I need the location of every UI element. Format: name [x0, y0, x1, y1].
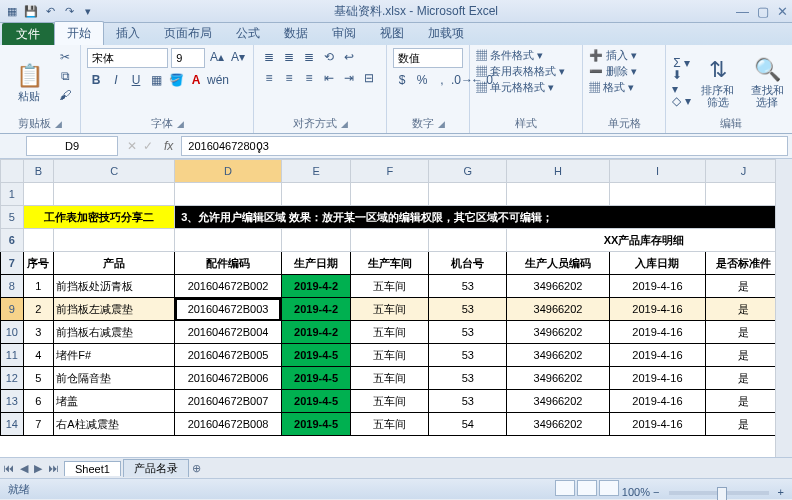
data-cell[interactable]: 是 [706, 275, 782, 298]
data-cell[interactable]: 是 [706, 390, 782, 413]
column-header[interactable]: I [609, 160, 705, 183]
table-header-cell[interactable]: 生产日期 [281, 252, 351, 275]
increase-font-icon[interactable]: A▴ [208, 48, 226, 66]
data-cell[interactable]: 前挡板处沥青板 [54, 275, 175, 298]
cell[interactable] [23, 229, 54, 252]
launcher-icon[interactable]: ◢ [341, 119, 348, 129]
data-cell[interactable]: 34966202 [507, 275, 609, 298]
data-cell[interactable]: 54 [429, 413, 507, 436]
insert-cells-button[interactable]: ➕ 插入 ▾ [589, 48, 659, 63]
format-painter-icon[interactable]: 🖌 [56, 86, 74, 104]
tab-view[interactable]: 视图 [368, 22, 416, 45]
cell[interactable] [281, 183, 351, 206]
file-tab[interactable]: 文件 [2, 23, 54, 45]
font-name-select[interactable]: 宋体 [87, 48, 168, 68]
table-header-cell[interactable]: 机台号 [429, 252, 507, 275]
column-header[interactable]: D [175, 160, 282, 183]
percent-icon[interactable]: % [413, 71, 431, 89]
column-header[interactable]: J [706, 160, 782, 183]
enter-formula-icon[interactable]: ✓ [143, 139, 153, 153]
tab-review[interactable]: 审阅 [320, 22, 368, 45]
phonetic-button[interactable]: wén [207, 71, 229, 89]
cell[interactable] [54, 183, 175, 206]
zoom-slider[interactable] [669, 491, 769, 495]
data-cell[interactable]: 201604672B004 [175, 321, 282, 344]
data-cell[interactable]: 6 [23, 390, 54, 413]
data-cell[interactable]: 是 [706, 413, 782, 436]
format-cells-button[interactable]: ▦ 格式 ▾ [589, 80, 659, 95]
row-header[interactable]: 14 [1, 413, 24, 436]
data-cell[interactable]: 34966202 [507, 344, 609, 367]
conditional-format-button[interactable]: ▦ 条件格式 ▾ [476, 48, 576, 63]
data-cell[interactable]: 五车间 [351, 344, 429, 367]
cell-styles-button[interactable]: ▦ 单元格格式 ▾ [476, 80, 576, 95]
data-cell[interactable]: 2019-4-16 [609, 321, 705, 344]
data-cell[interactable]: 2 [23, 298, 54, 321]
align-middle-icon[interactable]: ≣ [280, 48, 298, 66]
data-cell[interactable]: 五车间 [351, 413, 429, 436]
data-cell[interactable]: 34966202 [507, 321, 609, 344]
orientation-icon[interactable]: ⟲ [320, 48, 338, 66]
formula-input[interactable]: 201604672800̥3 [181, 136, 788, 156]
data-cell[interactable]: 堵件F# [54, 344, 175, 367]
format-table-button[interactable]: ▦ 套用表格格式 ▾ [476, 64, 576, 79]
column-header[interactable] [1, 160, 24, 183]
launcher-icon[interactable]: ◢ [55, 119, 62, 129]
decrease-indent-icon[interactable]: ⇤ [320, 69, 338, 87]
clear-icon[interactable]: ◇ ▾ [672, 92, 691, 110]
sort-filter-button[interactable]: ⇅ 排序和筛选 [695, 48, 740, 116]
data-cell[interactable]: 2019-4-5 [281, 344, 351, 367]
underline-button[interactable]: U [127, 71, 145, 89]
cell[interactable] [54, 229, 175, 252]
align-top-icon[interactable]: ≣ [260, 48, 278, 66]
new-sheet-icon[interactable]: ⊕ [189, 462, 204, 475]
tab-home[interactable]: 开始 [54, 21, 104, 45]
zoom-in-button[interactable]: + [778, 486, 784, 498]
data-cell[interactable]: 34966202 [507, 298, 609, 321]
align-bottom-icon[interactable]: ≣ [300, 48, 318, 66]
data-cell[interactable]: 3 [23, 321, 54, 344]
align-left-icon[interactable]: ≡ [260, 69, 278, 87]
tab-formulas[interactable]: 公式 [224, 22, 272, 45]
banner-black[interactable]: 3、允许用户编辑区域 效果：放开某一区域的编辑权限，其它区域不可编辑； [175, 206, 782, 229]
cell[interactable] [351, 183, 429, 206]
row-header[interactable]: 7 [1, 252, 24, 275]
cut-icon[interactable]: ✂ [56, 48, 74, 66]
undo-icon[interactable]: ↶ [42, 3, 58, 19]
data-cell[interactable]: 2019-4-5 [281, 390, 351, 413]
cell[interactable] [507, 183, 609, 206]
data-cell[interactable]: 2019-4-2 [281, 321, 351, 344]
data-cell[interactable]: 是 [706, 367, 782, 390]
launcher-icon[interactable]: ◢ [438, 119, 445, 129]
data-cell[interactable]: 五车间 [351, 298, 429, 321]
save-icon[interactable]: 💾 [23, 3, 39, 19]
vertical-scrollbar[interactable] [775, 159, 792, 457]
close-button[interactable]: ✕ [777, 4, 788, 19]
data-cell[interactable]: 前仓隔音垫 [54, 367, 175, 390]
data-cell[interactable]: 是 [706, 321, 782, 344]
increase-indent-icon[interactable]: ⇥ [340, 69, 358, 87]
data-cell[interactable]: 2019-4-2 [281, 275, 351, 298]
tab-layout[interactable]: 页面布局 [152, 22, 224, 45]
cell[interactable] [175, 183, 282, 206]
data-cell[interactable]: 2019-4-16 [609, 390, 705, 413]
number-format-select[interactable]: 数值 [393, 48, 463, 68]
data-cell[interactable]: 201604672B008 [175, 413, 282, 436]
data-cell[interactable]: 2019-4-16 [609, 275, 705, 298]
data-cell[interactable]: 五车间 [351, 367, 429, 390]
cell[interactable] [706, 183, 782, 206]
data-cell[interactable]: 2019-4-5 [281, 367, 351, 390]
data-cell[interactable]: 53 [429, 367, 507, 390]
minimize-button[interactable]: — [736, 4, 749, 19]
sheet-nav-first-icon[interactable]: ⏮ [0, 462, 17, 474]
cancel-formula-icon[interactable]: ✕ [127, 139, 137, 153]
fill-icon[interactable]: ⬇ ▾ [672, 73, 691, 91]
data-cell[interactable]: 53 [429, 275, 507, 298]
row-header[interactable]: 5 [1, 206, 24, 229]
find-select-button[interactable]: 🔍 查找和选择 [745, 48, 790, 116]
data-cell[interactable]: 53 [429, 344, 507, 367]
data-cell[interactable]: 2019-4-5 [281, 413, 351, 436]
sheet-tab-2[interactable]: 产品名录 [123, 459, 189, 477]
data-cell[interactable]: 2019-4-2 [281, 298, 351, 321]
copy-icon[interactable]: ⧉ [56, 67, 74, 85]
